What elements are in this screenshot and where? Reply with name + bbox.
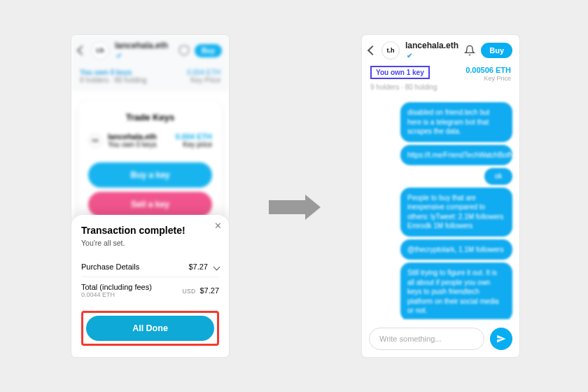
- profile-avatar[interactable]: t.h: [91, 41, 109, 59]
- composer: Write something...: [362, 321, 519, 357]
- row-price-value: 0.004 ETH: [175, 132, 212, 141]
- left-phone: t.h lancehala.eth ✔ Buy You own 0 keys 0…: [71, 35, 229, 357]
- holders-text: 8 holders · 80 holding: [80, 76, 147, 84]
- profile-avatar[interactable]: t.h: [382, 41, 400, 59]
- sell-key-button[interactable]: Sell a key: [88, 192, 212, 217]
- arrow-right-icon: [269, 195, 321, 220]
- chat-bubble: https://t.me/FriendTechWatchBotNewUsers: [400, 145, 512, 166]
- transaction-sheet: ✕ Transaction complete! You're all set. …: [71, 215, 229, 357]
- you-own-text: You own 0 keys: [80, 69, 132, 76]
- key-price-value: 0.00506 ETH: [465, 66, 511, 74]
- bell-icon[interactable]: [464, 45, 475, 56]
- you-own-highlight: You own 1 key: [370, 66, 430, 79]
- profile-name-text: lancehala.eth: [405, 41, 458, 50]
- left-header: t.h lancehala.eth ✔ Buy: [71, 35, 229, 66]
- purchase-details-label: Purchase Details: [81, 262, 139, 271]
- trade-keys-card: Trade Keys t.h lancehala.eth You own 0 k…: [78, 101, 222, 230]
- chat-bubble: People to buy that are inexpensive compa…: [400, 188, 512, 237]
- trade-keys-title: Trade Keys: [88, 112, 212, 122]
- trade-keys-row: t.h lancehala.eth You own 0 keys 0.004 E…: [88, 132, 212, 148]
- close-icon[interactable]: ✕: [214, 220, 222, 231]
- row-price-label: Key price: [183, 141, 212, 148]
- buy-key-button[interactable]: Buy a key: [88, 162, 212, 188]
- total-currency: USD: [183, 288, 196, 295]
- send-icon: [496, 334, 506, 344]
- key-price-label: Key Price: [190, 76, 220, 84]
- row-info: lancehala.eth You own 0 keys: [108, 132, 169, 148]
- profile-name[interactable]: lancehala.eth ✔: [115, 41, 174, 60]
- row-avatar: t.h: [88, 134, 102, 148]
- chat-bubble: disabled on friend.tech but here is a te…: [400, 102, 512, 142]
- chat-bubble: ok: [484, 168, 512, 185]
- right-subheader: You own 1 key 0.00506 ETH Key Price 9 ho…: [362, 66, 519, 97]
- row-price: 0.004 ETH Key price: [175, 132, 212, 148]
- key-price-value: 0.004 ETH: [187, 69, 220, 76]
- total-eth: 0.0044 ETH: [81, 291, 152, 298]
- chat-area[interactable]: disabled on friend.tech but here is a te…: [362, 97, 519, 319]
- bell-icon[interactable]: [179, 46, 189, 55]
- total-label: Total (including fees): [81, 283, 152, 291]
- left-subheader: You own 0 keys 0.004 ETH 8 holders · 80 …: [71, 66, 229, 91]
- left-phone-background: t.h lancehala.eth ✔ Buy You own 0 keys 0…: [71, 35, 229, 230]
- verified-icon: ✔: [407, 52, 412, 59]
- send-button[interactable]: [490, 328, 512, 350]
- header-buy-button[interactable]: Buy: [481, 43, 512, 58]
- total-amount: $7.27: [200, 286, 219, 295]
- chat-bubble: Still trying to figure it out. It is all…: [400, 262, 512, 319]
- purchase-details-row[interactable]: Purchase Details $7.27: [81, 257, 219, 276]
- profile-name[interactable]: lancehala.eth ✔: [405, 41, 458, 60]
- header-buy-button[interactable]: Buy: [195, 44, 222, 57]
- purchase-details-amount: $7.27: [188, 262, 208, 271]
- composer-input[interactable]: Write something...: [369, 328, 484, 350]
- sheet-subtitle: You're all set.: [81, 239, 219, 247]
- total-row: Total (including fees) 0.0044 ETH USD $7…: [81, 276, 219, 304]
- back-icon[interactable]: [77, 46, 87, 55]
- chevron-down-icon: [214, 264, 220, 271]
- verified-icon: ✔: [116, 52, 122, 59]
- right-header: t.h lancehala.eth ✔ Buy: [362, 35, 519, 66]
- chat-bubble: @thecryptolark, 1.1M followers: [400, 239, 512, 260]
- all-done-highlight: All Done: [81, 311, 219, 346]
- key-price-label: Key Price: [484, 75, 511, 82]
- all-done-button[interactable]: All Done: [86, 316, 214, 341]
- row-name: lancehala.eth: [108, 132, 169, 141]
- right-phone: t.h lancehala.eth ✔ Buy You own 1 key 0.…: [362, 35, 519, 357]
- sheet-title: Transaction complete!: [81, 225, 219, 236]
- back-icon[interactable]: [368, 46, 377, 55]
- profile-name-text: lancehala.eth: [115, 41, 168, 50]
- holders-text: 9 holders · 80 holding: [370, 83, 438, 91]
- row-you-own: You own 0 keys: [108, 141, 157, 148]
